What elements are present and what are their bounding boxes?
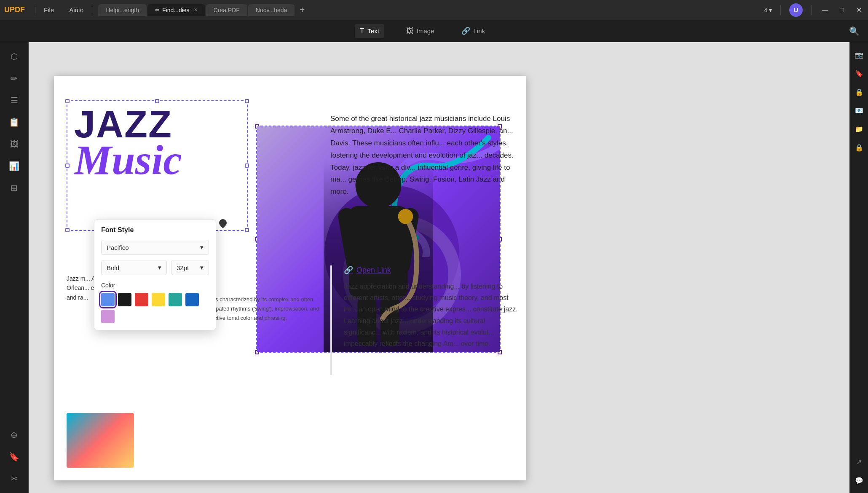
color-swatch-red[interactable] bbox=[135, 293, 148, 306]
rsidebar-comment-btn[interactable]: 💬 bbox=[852, 473, 867, 488]
rsidebar-lock-btn[interactable]: 🔒 bbox=[852, 84, 867, 99]
tab-nuov-label: Nuov...heda bbox=[256, 7, 287, 13]
left-sidebar: ⬡ ✏ ☰ 📋 🖼 📊 ⊞ ⊕ 🔖 ✂ bbox=[0, 42, 29, 493]
rsidebar-bookmark-btn[interactable]: 🔖 bbox=[852, 66, 867, 81]
title-bar: UPDF File Aiuto Helpi...ength ✏ Find...d… bbox=[0, 0, 868, 20]
tab-find[interactable]: ✏ Find...dies ✕ bbox=[147, 4, 205, 16]
color-swatch-dark-blue[interactable] bbox=[185, 293, 199, 306]
right-link-section: 🔗 Open Link Jazz appreciation and unders… bbox=[324, 261, 526, 354]
handle-ml[interactable] bbox=[65, 163, 70, 168]
user-avatar[interactable]: U bbox=[789, 3, 803, 17]
file-menu[interactable]: File bbox=[37, 4, 61, 16]
text-block-jazz[interactable]: JAZZ Music bbox=[67, 100, 248, 231]
right-panel-text: Some of the great historical jazz musici… bbox=[324, 109, 526, 202]
open-link-label: Open Link bbox=[356, 266, 391, 275]
handle-tl[interactable] bbox=[65, 99, 70, 103]
minimize-button[interactable]: — bbox=[820, 5, 830, 15]
link-icon: 🔗 bbox=[461, 27, 470, 35]
link-content: 🔗 Open Link Jazz appreciation and unders… bbox=[337, 265, 519, 349]
toolbar-link-label: Link bbox=[474, 27, 485, 35]
tab-helpi-label: Helpi...ength bbox=[106, 7, 139, 13]
font-size-select[interactable]: 32pt ▾ bbox=[171, 260, 209, 275]
font-style-row: Bold ▾ 32pt ▾ bbox=[101, 260, 209, 275]
sidebar-bookmarks-btn[interactable]: 🔖 bbox=[5, 447, 24, 466]
color-label: Color bbox=[101, 282, 209, 289]
tab-nuov[interactable]: Nuov...heda bbox=[248, 4, 295, 16]
tab-find-label: Find...dies bbox=[162, 7, 190, 13]
font-name-chevron: ▾ bbox=[200, 244, 204, 251]
tab-bar: Helpi...ength ✏ Find...dies ✕ Crea PDF N… bbox=[98, 3, 309, 17]
tab-close-icon[interactable]: ✕ bbox=[194, 7, 198, 13]
right-panel-paragraph: Some of the great historical jazz musici… bbox=[330, 113, 519, 198]
canvas-area[interactable]: JAZZ Music bbox=[29, 42, 849, 493]
sidebar-edit-btn[interactable]: ✏ bbox=[5, 69, 24, 88]
search-button[interactable]: 🔍 bbox=[849, 26, 860, 36]
rsidebar-export-btn[interactable]: ↗ bbox=[852, 454, 867, 469]
open-link-button[interactable]: 🔗 Open Link bbox=[344, 265, 519, 275]
tab-crea[interactable]: Crea PDF bbox=[206, 4, 247, 16]
right-body-text: Jazz appreciation and understanding... b… bbox=[344, 281, 519, 349]
toolbar-image-label: Image bbox=[417, 27, 434, 35]
handle-tm[interactable] bbox=[155, 99, 159, 103]
sidebar-layers-btn[interactable]: ⊕ bbox=[5, 426, 24, 444]
window-controls: — □ ✕ bbox=[820, 5, 864, 15]
handle-tr[interactable] bbox=[245, 99, 249, 103]
toolbar-text[interactable]: T Text bbox=[355, 24, 384, 38]
main-layout: ⬡ ✏ ☰ 📋 🖼 📊 ⊞ ⊕ 🔖 ✂ JAZZ bbox=[0, 42, 868, 493]
aiuto-menu[interactable]: Aiuto bbox=[62, 4, 90, 16]
svg-point-6 bbox=[398, 209, 413, 224]
font-name-value: Pacifico bbox=[107, 244, 129, 251]
handle-br[interactable] bbox=[245, 228, 249, 232]
link-icon: 🔗 bbox=[344, 265, 353, 275]
chevron-down-icon: ▾ bbox=[769, 7, 772, 13]
font-size-chevron: ▾ bbox=[200, 264, 204, 271]
rsidebar-email-btn[interactable]: 📧 bbox=[852, 103, 867, 118]
font-style-chevron: ▾ bbox=[158, 264, 161, 271]
link-section-inner: 🔗 Open Link Jazz appreciation and unders… bbox=[330, 265, 519, 349]
tab-crea-label: Crea PDF bbox=[214, 7, 240, 13]
close-button[interactable]: ✕ bbox=[854, 5, 864, 15]
sidebar-pages-btn[interactable]: ☰ bbox=[5, 91, 24, 110]
rsidebar-security-btn[interactable]: 🔒 bbox=[852, 140, 867, 155]
add-tab-button[interactable]: + bbox=[295, 3, 309, 17]
rsidebar-folder-btn[interactable]: 📁 bbox=[852, 121, 867, 137]
right-sidebar: 📷 🔖 🔒 📧 📁 🔒 ↗ 💬 bbox=[849, 42, 868, 493]
font-style-popup: Font Style Pacifico ▾ Bold ▾ 32pt ▾ Colo… bbox=[94, 219, 216, 330]
separator2 bbox=[92, 5, 92, 15]
jazz-description-text: Jazz is characterized by its complex and… bbox=[201, 295, 332, 323]
title-bar-right: 4 ▾ U — □ ✕ bbox=[764, 3, 864, 17]
sidebar-comments-btn[interactable]: 📋 bbox=[5, 113, 24, 131]
separator3 bbox=[780, 5, 781, 15]
tab-count[interactable]: 4 ▾ bbox=[764, 7, 772, 13]
sidebar-forms-btn[interactable]: ⊞ bbox=[5, 179, 24, 197]
toolbar: T Text 🖼 Image 🔗 Link 🔍 bbox=[0, 20, 868, 42]
color-swatch-yellow[interactable] bbox=[152, 293, 165, 306]
toolbar-link[interactable]: 🔗 Link bbox=[456, 24, 490, 38]
handle-mr[interactable] bbox=[245, 163, 249, 168]
handle-bl[interactable] bbox=[65, 228, 70, 232]
jazz-description-paragraph: Jazz is characterized by its complex and… bbox=[201, 295, 332, 323]
font-style-select[interactable]: Bold ▾ bbox=[101, 260, 167, 275]
color-swatch-blue[interactable] bbox=[101, 293, 115, 306]
tab-helpi[interactable]: Helpi...ength bbox=[98, 4, 147, 16]
right-body-paragraph: Jazz appreciation and understanding... b… bbox=[344, 281, 519, 349]
font-style-value: Bold bbox=[107, 264, 119, 271]
text-icon: T bbox=[360, 27, 364, 35]
toolbar-image[interactable]: 🖼 Image bbox=[401, 24, 439, 38]
tab-count-value: 4 bbox=[764, 7, 767, 13]
font-popup-title: Font Style bbox=[101, 226, 209, 234]
font-name-select[interactable]: Pacifico ▾ bbox=[101, 240, 209, 255]
jazz-text-content: JAZZ Music bbox=[67, 101, 247, 185]
font-size-value: 32pt bbox=[177, 264, 189, 271]
sidebar-image-btn[interactable]: 🖼 bbox=[5, 135, 24, 153]
color-swatch-black[interactable] bbox=[118, 293, 131, 306]
color-swatch-purple[interactable] bbox=[101, 310, 115, 323]
sidebar-import-btn[interactable]: ⬡ bbox=[5, 47, 24, 66]
sidebar-signature-btn[interactable]: ✂ bbox=[5, 469, 24, 488]
rsidebar-screenshot-btn[interactable]: 📷 bbox=[852, 47, 867, 62]
menu-bar: File Aiuto bbox=[37, 4, 90, 16]
maximize-button[interactable]: □ bbox=[837, 5, 847, 15]
color-swatch-teal[interactable] bbox=[169, 293, 182, 306]
sidebar-ocr-btn[interactable]: 📊 bbox=[5, 157, 24, 175]
jazz-music-subtitle: Music bbox=[74, 139, 240, 181]
